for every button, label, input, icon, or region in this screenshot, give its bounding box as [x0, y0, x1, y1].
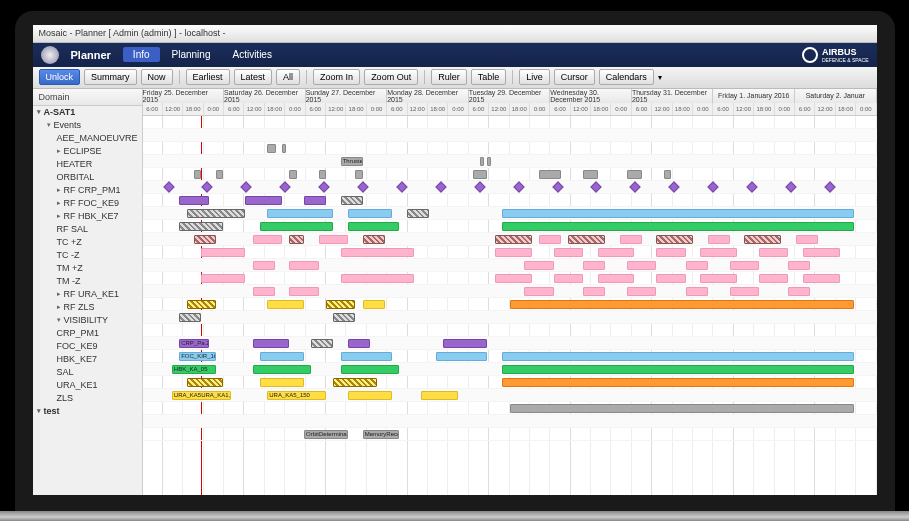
gantt-bar[interactable]: [194, 235, 216, 244]
tree-item[interactable]: ▸RF URA_KE1: [33, 288, 142, 301]
gantt-bar[interactable]: [554, 248, 583, 257]
gantt-bar[interactable]: [730, 261, 759, 270]
gantt-bar[interactable]: [656, 248, 685, 257]
gantt-bar[interactable]: [348, 222, 399, 231]
gantt-bar[interactable]: [686, 261, 708, 270]
tab-planning[interactable]: Planning: [162, 47, 221, 62]
gantt-bar[interactable]: [583, 261, 605, 270]
milestone-diamond[interactable]: [435, 181, 446, 192]
milestone-diamond[interactable]: [357, 181, 368, 192]
gantt-bar[interactable]: [326, 300, 355, 309]
gantt-bar[interactable]: [627, 287, 656, 296]
gantt-bar[interactable]: [788, 261, 810, 270]
gantt-bar[interactable]: [355, 170, 362, 179]
milestone-diamond[interactable]: [669, 181, 680, 192]
tree-item[interactable]: TM +Z: [33, 262, 142, 275]
gantt-bar[interactable]: [253, 339, 290, 348]
tree-item[interactable]: ▸RF HBK_KE7: [33, 210, 142, 223]
gantt-bar[interactable]: [407, 209, 429, 218]
dropdown-icon[interactable]: ▾: [658, 73, 662, 82]
gantt-bar[interactable]: [686, 287, 708, 296]
milestone-diamond[interactable]: [552, 181, 563, 192]
gantt-bar[interactable]: [524, 261, 553, 270]
gantt-bar[interactable]: [539, 170, 561, 179]
gantt-bar[interactable]: URA_KA5_150: [267, 391, 326, 400]
gantt-bar[interactable]: [341, 196, 363, 205]
zoom-out-button[interactable]: Zoom Out: [364, 69, 418, 85]
gantt-bar[interactable]: [260, 378, 304, 387]
gantt-bar[interactable]: [253, 235, 282, 244]
gantt-bar[interactable]: [708, 235, 730, 244]
gantt-bar[interactable]: [245, 196, 282, 205]
tree-item[interactable]: TM -Z: [33, 275, 142, 288]
tree-item[interactable]: URA_KE1: [33, 379, 142, 392]
gantt-bar[interactable]: [319, 235, 348, 244]
summary-button[interactable]: Summary: [84, 69, 137, 85]
gantt-bar[interactable]: [304, 196, 326, 205]
gantt-bar[interactable]: [759, 248, 788, 257]
gantt-bar[interactable]: [311, 339, 333, 348]
gantt-bar[interactable]: [341, 274, 414, 283]
tree-item[interactable]: ▾VISIBILITY: [33, 314, 142, 327]
gantt-bar[interactable]: [187, 209, 246, 218]
tree-item[interactable]: RF SAL: [33, 223, 142, 236]
gantt-bar[interactable]: [289, 261, 318, 270]
gantt-bar[interactable]: [436, 352, 487, 361]
milestone-diamond[interactable]: [318, 181, 329, 192]
tree-item[interactable]: HEATER: [33, 158, 142, 171]
tree-item[interactable]: CRP_PM1: [33, 327, 142, 340]
gantt-bar[interactable]: [253, 287, 275, 296]
gantt-bar[interactable]: [730, 287, 759, 296]
gantt-bar[interactable]: [598, 248, 635, 257]
tree-item[interactable]: ▸RF CRP_PM1: [33, 184, 142, 197]
gantt-bar[interactable]: OrbitDetermination: [304, 430, 348, 439]
tab-info[interactable]: Info: [123, 47, 160, 62]
gantt-bar[interactable]: [267, 144, 276, 153]
gantt-bar[interactable]: [495, 248, 532, 257]
milestone-diamond[interactable]: [785, 181, 796, 192]
gantt-bar[interactable]: [333, 378, 377, 387]
gantt-bar[interactable]: [267, 300, 304, 309]
gantt-bar[interactable]: [803, 248, 840, 257]
gantt-bar[interactable]: [759, 274, 788, 283]
gantt-bar[interactable]: [627, 170, 642, 179]
gantt-bar[interactable]: [289, 235, 304, 244]
gantt-bar[interactable]: [348, 391, 392, 400]
gantt-bar[interactable]: [267, 209, 333, 218]
gantt-bar[interactable]: [282, 144, 286, 153]
gantt-bar[interactable]: [187, 300, 216, 309]
gantt-bar[interactable]: [510, 404, 855, 413]
milestone-diamond[interactable]: [163, 181, 174, 192]
tree-item[interactable]: ▸RF ZLS: [33, 301, 142, 314]
milestone-diamond[interactable]: [474, 181, 485, 192]
latest-button[interactable]: Latest: [234, 69, 273, 85]
tree-item[interactable]: SAL: [33, 366, 142, 379]
gantt-bar[interactable]: [289, 170, 296, 179]
milestone-diamond[interactable]: [241, 181, 252, 192]
milestone-diamond[interactable]: [630, 181, 641, 192]
gantt-bar[interactable]: [260, 222, 333, 231]
gantt-bar[interactable]: [348, 339, 370, 348]
milestone-diamond[interactable]: [707, 181, 718, 192]
gantt-bar[interactable]: [620, 235, 642, 244]
gantt-bar[interactable]: [803, 274, 840, 283]
gantt-bar[interactable]: [744, 235, 781, 244]
gantt-bar[interactable]: [341, 352, 392, 361]
gantt-bar[interactable]: [700, 274, 737, 283]
gantt-bar[interactable]: [341, 365, 400, 374]
gantt-bar[interactable]: [583, 170, 598, 179]
calendars-button[interactable]: Calendars: [599, 69, 654, 85]
live-button[interactable]: Live: [519, 69, 550, 85]
gantt-bar[interactable]: [539, 235, 561, 244]
all-button[interactable]: All: [276, 69, 300, 85]
gantt-bar[interactable]: [502, 209, 854, 218]
tree-item[interactable]: ▾A-SAT1: [33, 106, 142, 119]
milestone-diamond[interactable]: [746, 181, 757, 192]
gantt-bar[interactable]: [502, 365, 854, 374]
now-button[interactable]: Now: [141, 69, 173, 85]
gantt-bar[interactable]: [253, 365, 312, 374]
gantt-bar[interactable]: [664, 170, 671, 179]
gantt-bar[interactable]: [201, 274, 245, 283]
gantt-bar[interactable]: [348, 209, 392, 218]
gantt-bar[interactable]: [319, 170, 326, 179]
